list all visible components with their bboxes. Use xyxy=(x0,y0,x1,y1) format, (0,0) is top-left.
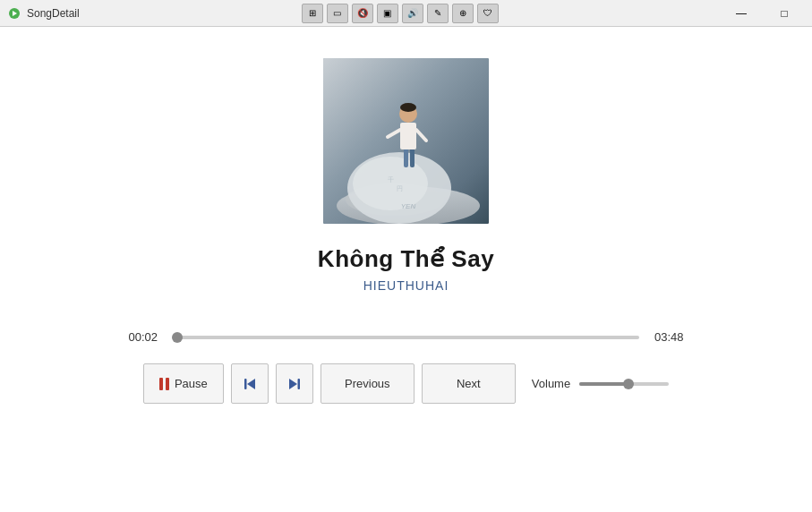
title-bar-left: SongDetail xyxy=(7,6,80,21)
step-back-button[interactable] xyxy=(231,363,269,404)
tb-icon-6[interactable]: ✎ xyxy=(427,4,449,23)
album-art: YEN 千 円 xyxy=(323,58,489,224)
current-time: 00:02 xyxy=(129,330,165,344)
next-button[interactable]: Next xyxy=(422,363,516,404)
svg-text:円: 円 xyxy=(397,185,403,192)
window-title: SongDetail xyxy=(27,7,80,20)
controls-area: Pause Previous Next xyxy=(143,363,669,404)
tb-icon-7[interactable]: ⊕ xyxy=(452,4,474,23)
svg-point-5 xyxy=(353,157,428,210)
app-icon xyxy=(7,6,21,21)
total-time: 03:48 xyxy=(648,330,684,344)
pause-bar-right xyxy=(166,378,169,390)
title-bar: SongDetail ⊞ ▭ 🔇 ▣ 🔊 ✎ ⊕ 🛡 — □ xyxy=(0,0,812,27)
song-title: Không Thể Say xyxy=(318,245,494,273)
svg-marker-17 xyxy=(247,379,255,389)
song-artist: HIEUTHUHAI xyxy=(363,278,449,293)
volume-label: Volume xyxy=(532,377,570,390)
volume-track[interactable] xyxy=(579,382,669,386)
progress-area: 00:02 03:48 xyxy=(129,330,684,344)
step-forward-button[interactable] xyxy=(276,363,313,404)
svg-point-13 xyxy=(400,103,416,112)
tb-icon-1[interactable]: ⊞ xyxy=(302,4,323,23)
step-forward-icon xyxy=(287,377,302,391)
main-content: YEN 千 円 Không Thể Say HIEUTHUHA xyxy=(0,27,812,404)
svg-marker-19 xyxy=(289,379,297,389)
tb-icon-3[interactable]: 🔇 xyxy=(352,4,373,23)
volume-fill xyxy=(579,382,628,386)
progress-thumb[interactable] xyxy=(172,332,183,343)
tb-icon-8[interactable]: 🛡 xyxy=(477,4,499,23)
svg-rect-7 xyxy=(404,148,408,167)
step-back-icon xyxy=(243,377,257,391)
previous-button[interactable]: Previous xyxy=(321,363,415,404)
pause-button[interactable]: Pause xyxy=(143,363,224,404)
volume-thumb[interactable] xyxy=(623,379,634,389)
svg-text:YEN: YEN xyxy=(401,202,416,210)
pause-bar-left xyxy=(159,378,163,390)
svg-rect-16 xyxy=(244,379,247,389)
window-controls: — □ xyxy=(721,1,805,26)
album-art-svg: YEN 千 円 xyxy=(323,58,489,224)
tb-icon-4[interactable]: ▣ xyxy=(377,4,398,23)
progress-track[interactable] xyxy=(174,336,639,339)
pause-label: Pause xyxy=(175,377,208,390)
tb-icon-2[interactable]: ▭ xyxy=(327,4,348,23)
taskbar-icons: ⊞ ▭ 🔇 ▣ 🔊 ✎ ⊕ 🛡 xyxy=(302,4,499,23)
svg-rect-9 xyxy=(400,123,416,149)
tb-icon-5[interactable]: 🔊 xyxy=(402,4,423,23)
maximize-button[interactable]: □ xyxy=(764,1,805,26)
volume-area: Volume xyxy=(532,377,669,390)
minimize-button[interactable]: — xyxy=(721,1,762,26)
svg-rect-8 xyxy=(410,148,415,167)
album-art-inner: YEN 千 円 xyxy=(323,58,489,224)
svg-rect-18 xyxy=(297,379,300,389)
svg-text:千: 千 xyxy=(388,176,394,183)
pause-icon xyxy=(159,378,169,390)
